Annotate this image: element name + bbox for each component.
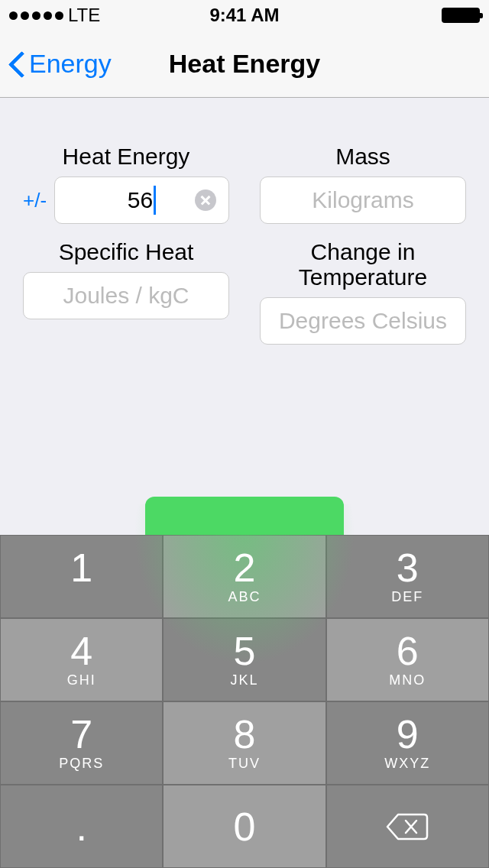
sign-toggle-button[interactable]: +/- xyxy=(23,189,47,212)
form-content: Heat Energy +/- 56 Mass Kilograms Specif… xyxy=(0,98,489,345)
mass-input[interactable]: Kilograms xyxy=(260,177,466,224)
carrier-label: LTE xyxy=(68,5,100,26)
key-8[interactable]: 8 TUV xyxy=(163,701,325,785)
change-temp-input[interactable]: Degrees Celsius xyxy=(260,297,466,345)
battery-icon xyxy=(442,8,480,23)
back-button[interactable]: Energy xyxy=(8,49,112,79)
field-change-temp: Change in Temperature Degrees Celsius xyxy=(260,239,466,345)
key-1[interactable]: 1 xyxy=(0,535,163,618)
mass-placeholder: Kilograms xyxy=(273,187,453,213)
specific-heat-placeholder: Joules / kgC xyxy=(36,283,216,309)
key-6[interactable]: 6 MNO xyxy=(326,618,489,701)
signal-dots-icon xyxy=(9,11,63,20)
specific-heat-label: Specific Heat xyxy=(23,239,229,264)
change-temp-label: Change in Temperature xyxy=(260,239,466,290)
backspace-icon xyxy=(386,811,429,842)
key-2[interactable]: 2 ABC xyxy=(163,535,325,618)
page-title: Heat Energy xyxy=(169,49,320,79)
key-3[interactable]: 3 DEF xyxy=(326,535,489,618)
chevron-left-icon xyxy=(8,49,26,79)
field-specific-heat: Specific Heat Joules / kgC xyxy=(23,239,229,345)
clear-icon[interactable] xyxy=(195,189,216,211)
key-4[interactable]: 4 GHI xyxy=(0,618,163,701)
numeric-keypad: 1 2 ABC 3 DEF 4 GHI 5 JKL 6 MNO 7 PQRS 8… xyxy=(0,535,489,868)
heat-energy-label: Heat Energy xyxy=(23,144,229,169)
status-time: 9:41 AM xyxy=(209,5,279,26)
heat-energy-value: 56 xyxy=(128,187,153,213)
key-0[interactable]: 0 xyxy=(163,785,325,868)
key-5[interactable]: 5 JKL xyxy=(163,618,325,701)
back-label: Energy xyxy=(29,49,112,79)
calculate-button[interactable] xyxy=(145,497,344,535)
key-9[interactable]: 9 WXYZ xyxy=(326,701,489,785)
status-left: LTE xyxy=(9,5,100,26)
key-backspace[interactable] xyxy=(326,785,489,868)
text-cursor xyxy=(154,186,156,215)
specific-heat-input[interactable]: Joules / kgC xyxy=(23,272,229,319)
key-7[interactable]: 7 PQRS xyxy=(0,701,163,785)
field-mass: Mass Kilograms xyxy=(260,144,466,224)
heat-energy-input[interactable]: 56 xyxy=(54,177,229,224)
mass-label: Mass xyxy=(260,144,466,169)
nav-bar: Energy Heat Energy xyxy=(0,31,489,98)
field-heat-energy: Heat Energy +/- 56 xyxy=(23,144,229,224)
change-temp-placeholder: Degrees Celsius xyxy=(273,308,453,334)
key-period[interactable]: . xyxy=(0,785,163,868)
status-bar: LTE 9:41 AM xyxy=(0,0,489,31)
